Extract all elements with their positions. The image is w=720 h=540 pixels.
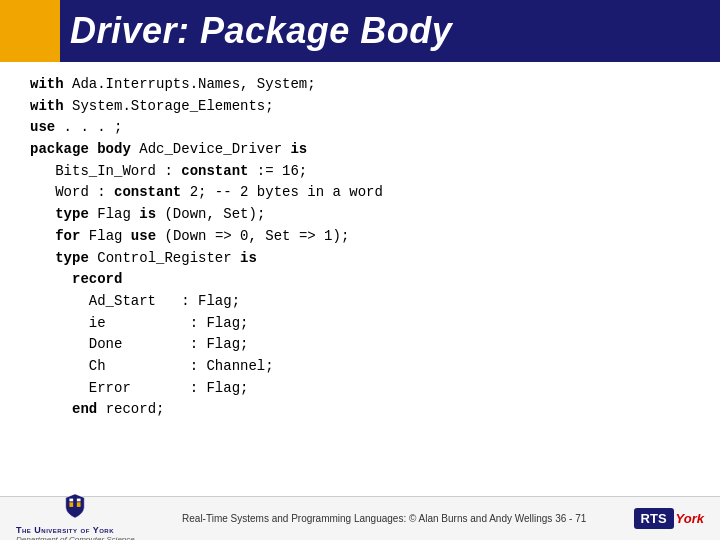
code-line-8: for Flag use (Down => 0, Set => 1); [30,226,690,248]
code-line-6: Word : constant 2; -- 2 bytes in a word [30,182,690,204]
code-line-5: Bits_In_Word : constant := 16; [30,161,690,183]
code-line-14: Ch : Channel; [30,356,690,378]
keyword-use: use [131,228,156,244]
code-line-7: type Flag is (Down, Set); [30,204,690,226]
code-line-15: Error : Flag; [30,378,690,400]
keyword-for: for [55,228,80,244]
rts-york-label: York [676,511,704,526]
svg-rect-0 [70,502,74,507]
svg-rect-1 [77,502,81,507]
code-line-13: Done : Flag; [30,334,690,356]
keyword-type-2: type [55,250,89,266]
code-line-10: record [30,269,690,291]
code-line-2: with System.Storage_Elements; [30,96,690,118]
keyword-end: end [72,401,97,417]
code-line-12: ie : Flag; [30,313,690,335]
code-content: with Ada.Interrupts.Names, System; with … [0,62,720,431]
code-line-9: type Control_Register is [30,248,690,270]
keyword-type: type [55,206,89,222]
keyword-package: package body [30,141,131,157]
rts-badge: RTS [634,508,674,529]
footer: The University of York Department of Com… [0,496,720,540]
university-logo: The University of York Department of Com… [16,493,135,540]
keyword-with-2: with [30,98,64,114]
keyword-constant-2: constant [114,184,181,200]
university-shield-icon [64,493,86,519]
keyword-record: record [72,271,122,287]
keyword-is-2: is [139,206,156,222]
header-accent [0,0,60,62]
svg-rect-3 [77,499,81,502]
footer-copyright: Real-Time Systems and Programming Langua… [155,513,614,524]
code-line-16: end record; [30,399,690,421]
code-line-4: package body Adc_Device_Driver is [30,139,690,161]
keyword-with: with [30,76,64,92]
code-line-3: use . . . ; [30,117,690,139]
keyword-is: is [290,141,307,157]
code-line-11: Ad_Start : Flag; [30,291,690,313]
code-line-1: with Ada.Interrupts.Names, System; [30,74,690,96]
rts-logo: RTSYork [634,508,704,529]
department-name: Department of Computer Science [16,535,135,540]
keyword-use: use [30,119,55,135]
page-title: Driver: Package Body [70,10,452,52]
keyword-constant-1: constant [181,163,248,179]
header: Driver: Package Body [0,0,720,62]
svg-rect-2 [70,499,74,502]
university-name: The University of York [16,525,135,535]
keyword-is-3: is [240,250,257,266]
